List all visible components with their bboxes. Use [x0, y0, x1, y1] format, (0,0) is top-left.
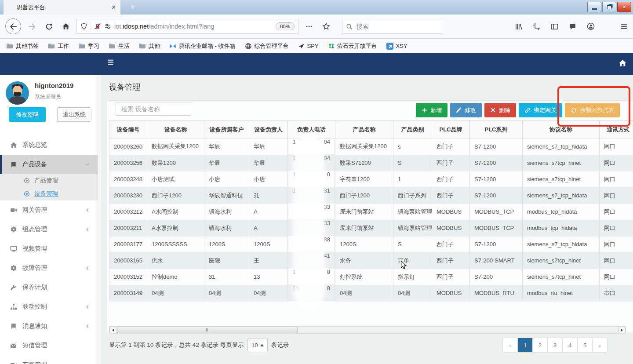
- sidebar-subitem-device-mgmt[interactable]: 设备管理: [0, 187, 98, 200]
- pagination-page-5[interactable]: 5: [577, 338, 592, 352]
- avatar[interactable]: [6, 81, 29, 105]
- home-button[interactable]: [59, 20, 73, 33]
- chat-icon[interactable]: [569, 23, 576, 30]
- table-row[interactable]: 200003212A水闸控制镇海水利A33庑来门前泵站镇海泵站管理MODBUSM…: [109, 204, 633, 220]
- forward-button[interactable]: [25, 20, 38, 33]
- browser-search-box[interactable]: [342, 19, 442, 34]
- table-header-cell: PLC品牌: [432, 121, 470, 138]
- bookmark-life-folder[interactable]: 生活: [109, 42, 130, 50]
- table-row[interactable]: 200003230西门子1200华辰智通科技孔131西门子1200西门子系列西门…: [109, 187, 633, 204]
- cogs-icon: [10, 265, 17, 272]
- sidebar-item-video-mgmt[interactable]: 视频管理: [0, 239, 98, 258]
- pagination-page-4[interactable]: 4: [562, 338, 577, 352]
- bookmark-other-bookmarks[interactable]: 其他书签: [6, 42, 39, 50]
- table-cell: 串口: [600, 285, 633, 301]
- pagination-page-2[interactable]: 2: [532, 338, 547, 352]
- device-search-input[interactable]: [120, 105, 186, 113]
- bookmark-ys7-open-platform[interactable]: 萤石云开放平台: [328, 42, 377, 50]
- account-icon[interactable]: [587, 22, 595, 30]
- bookmark-mgmt-platform[interactable]: 综合管理平台: [245, 42, 289, 50]
- scrollbar-thumb[interactable]: [117, 327, 298, 333]
- sidebar-item-fault-mgmt[interactable]: 故障管理: [0, 258, 98, 278]
- sidebar-item-gateway-mgmt[interactable]: 网关管理: [0, 200, 98, 220]
- back-button[interactable]: [5, 18, 21, 34]
- shield-icon[interactable]: [80, 23, 87, 30]
- table-row[interactable]: 20000314904测04测04测15804测04测MODBUSMODBUS_…: [109, 285, 633, 301]
- bookmark-tencent-mail[interactable]: 腾讯企业邮箱 - 收件箱: [169, 42, 236, 50]
- url-bar[interactable]: iot.idosp.net/admin/index.html?lang 80%: [76, 19, 298, 34]
- sidebar-subitem-product-mgmt[interactable]: 产品管理: [0, 174, 98, 187]
- add-button[interactable]: 新增: [416, 103, 447, 117]
- sidebar-toggle-icon[interactable]: [551, 23, 558, 30]
- page-title: 设备管理: [109, 82, 141, 92]
- bookmark-star-icon[interactable]: [320, 20, 333, 33]
- table-header-cell: 设备所属客户: [204, 121, 249, 138]
- sidebar-item-sms-mgmt[interactable]: 短信管理: [0, 336, 98, 355]
- window-restore-button[interactable]: [602, 2, 616, 12]
- scrollbar-right-arrow[interactable]: [618, 327, 626, 333]
- pagination-prev[interactable]: ‹: [503, 338, 517, 352]
- change-password-button[interactable]: 修改密码: [9, 107, 46, 122]
- bookmark-study-folder[interactable]: 学习: [78, 42, 99, 50]
- bookmark-label: 生活: [118, 42, 130, 50]
- screenshot-icon[interactable]: [533, 23, 540, 30]
- table-row[interactable]: 200003165供水医院王41水务订单西门子S7-200-SMARTsieme…: [109, 252, 633, 269]
- logout-button[interactable]: 退出系统: [57, 107, 91, 122]
- library-icon[interactable]: [515, 23, 522, 30]
- chevron-left-icon: [85, 305, 90, 309]
- table-cell: 数采1200: [147, 155, 204, 171]
- zoom-level-badge[interactable]: 80%: [276, 22, 295, 30]
- bookmark-spy[interactable]: SPY: [298, 43, 319, 49]
- scrollbar-left-arrow[interactable]: [109, 327, 117, 333]
- pagination-page-3[interactable]: 3: [547, 338, 562, 352]
- table-row[interactable]: 2000031771200SSSSSS1200S1200S881200SS西门子…: [109, 236, 633, 252]
- app-home-icon[interactable]: [618, 59, 627, 67]
- table-cell: MODBUS: [432, 204, 470, 220]
- device-search-box[interactable]: [116, 102, 191, 116]
- new-tab-button[interactable]: +: [127, 0, 139, 15]
- table-cell: MODBUS: [432, 285, 470, 301]
- bookmark-misc-folder[interactable]: 其他: [139, 42, 160, 50]
- table-row[interactable]: 200003248小唐测试小唐小唐10字符串12001西门子S7-1200sie…: [109, 171, 633, 187]
- table-row[interactable]: 200003256数采1200华辰华辰104数采S71200S西门子S7-120…: [109, 155, 633, 171]
- insecure-lock-icon[interactable]: [94, 23, 101, 30]
- horizontal-scrollbar[interactable]: [109, 326, 626, 334]
- sidebar-item-linkage-control[interactable]: 联动控制: [0, 297, 98, 317]
- page-size-dropdown[interactable]: 10: [247, 338, 268, 352]
- sidebar-item-message-notify[interactable]: 消息通知: [0, 317, 98, 336]
- pagination-next[interactable]: ›: [592, 338, 607, 352]
- browser-search-input[interactable]: [356, 22, 438, 30]
- table-cell: 网口: [600, 220, 633, 236]
- sidebar-item-overview[interactable]: 系统总览: [0, 135, 98, 155]
- menu-hamburger-icon[interactable]: [620, 23, 628, 30]
- permissions-icon[interactable]: [104, 23, 111, 30]
- table-cell: 网口: [600, 252, 633, 269]
- browser-tab[interactable]: 思普云平台 ✕: [4, 0, 120, 15]
- url-text[interactable]: iot.idosp.net/admin/index.html?lang: [114, 23, 273, 30]
- table-cell: 04测: [249, 285, 288, 301]
- pagination-page-1[interactable]: 1: [517, 338, 532, 352]
- tab-close-icon[interactable]: ✕: [111, 4, 116, 11]
- folder-icon: [48, 43, 55, 50]
- bind-gateway-button[interactable]: 绑定网关: [519, 103, 562, 117]
- browser-toolbar: iot.idosp.net/admin/index.html?lang 80%: [0, 15, 633, 39]
- sidebar-item-maintenance-plan[interactable]: 保养计划: [0, 278, 98, 297]
- reload-button[interactable]: [42, 20, 55, 33]
- bookmark-work-folder[interactable]: 工作: [48, 42, 69, 50]
- sidebar-collapse-icon[interactable]: [107, 58, 114, 66]
- bookmark-xsy[interactable]: XSY: [386, 43, 407, 50]
- window-close-button[interactable]: ✕: [617, 2, 631, 12]
- sidebar-item-workshop-mgmt[interactable]: 车间管理: [0, 355, 98, 364]
- table-row[interactable]: 200003260数据网关采集1200华辰华辰104数据网关采集1200s西门子…: [109, 138, 633, 155]
- table-cell: 镇海水利: [204, 220, 249, 236]
- sidebar-item-product-device[interactable]: 产品设备: [0, 155, 98, 174]
- delete-button[interactable]: 删除: [484, 103, 516, 117]
- table-row[interactable]: 200003152控制demo311318灯控系统指示灯西门子S7-200sie…: [109, 269, 633, 285]
- sidebar-item-config-mgmt[interactable]: 组态管理: [0, 220, 98, 239]
- submenu-product-device: 产品管理设备管理: [0, 174, 98, 200]
- edit-button[interactable]: 修改: [450, 103, 482, 117]
- page-actions-icon[interactable]: [302, 20, 316, 33]
- sidebar-item-label: 网关管理: [22, 206, 47, 214]
- table-row[interactable]: 200003211A水泵控制镇海水利A33庑来门前泵站镇海泵站管理MODBUSM…: [109, 220, 633, 236]
- window-minimize-button[interactable]: [587, 2, 601, 12]
